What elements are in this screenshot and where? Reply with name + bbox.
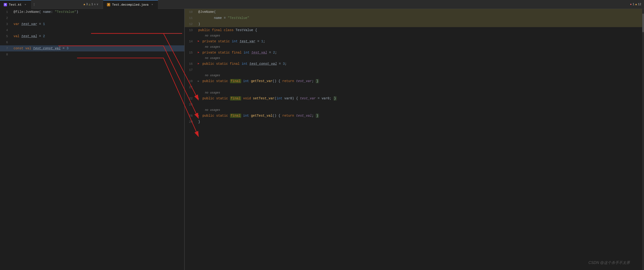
line-num-7: 7 [0, 47, 12, 50]
right-line-num-21: 21 [185, 86, 196, 89]
code-line-5: 5 val test_val = 2 [0, 33, 184, 39]
line-num-1: 1 [0, 10, 12, 14]
right-line-num-10: 10 [185, 10, 196, 14]
no-usages-22: no usages [185, 90, 644, 95]
code-line-1: 1 @file:JvmName( name: "TestValue") [0, 9, 184, 15]
collapse-22[interactable]: ▶ [196, 96, 200, 101]
warning-icon-right: ▲ [635, 3, 637, 6]
left-editor: 1 @file:JvmName( name: "TestValue") 2 3 … [0, 9, 184, 270]
error-count: 1 [632, 3, 634, 6]
collapse-18[interactable]: ▶ [196, 79, 200, 83]
annot-at-right: @ [198, 10, 200, 14]
annot-name-right: JvmName [200, 10, 214, 14]
left-tab-menu[interactable]: ⋮ [31, 0, 37, 9]
line-num-4: 4 [0, 29, 12, 32]
kw-const: const [14, 47, 25, 50]
right-line-num-11: 11 [185, 16, 196, 20]
line-content-5: val test_val = 2 [12, 34, 45, 38]
code-line-2: 2 [0, 15, 184, 21]
line-num-3: 3 [0, 23, 12, 26]
right-line-num-16: 16 [185, 62, 196, 66]
right-line-10: 10 @JvmName( [185, 9, 644, 15]
right-line-content-22: public static final void setTest_var(int… [200, 96, 337, 101]
right-line-num-13: 13 [185, 29, 196, 32]
line-content-3: var test_var = 1 [12, 22, 45, 26]
left-warnings: ▲ 3 △ 1 ∧ ∨ [84, 0, 101, 9]
right-line-11: 11 name = "TestValue" [185, 15, 644, 21]
right-line-content-18: public static final int getTest_var() { … [200, 79, 319, 83]
num-3: 3 [66, 47, 68, 50]
right-line-content-26: public static final int getTest_val() { … [200, 114, 319, 118]
code-line-7: 7 const val test_const_val = 3 [0, 45, 184, 52]
line-num-2: 2 [0, 16, 12, 20]
kw-val: val [14, 34, 22, 38]
right-line-13: 13 public final class TestValue { [185, 27, 644, 33]
nav-up[interactable]: ∧ [94, 3, 96, 6]
right-line-content-11: name = "TestValue" [196, 16, 249, 20]
tab-java[interactable]: J Test.decompiled.java × [103, 0, 158, 9]
right-line-29: 29 } [185, 119, 644, 125]
param-name-field: name [214, 16, 222, 20]
right-line-16: 16 ➤ public static final int test_const_… [185, 61, 644, 67]
kw-val-2: val [25, 47, 33, 50]
right-line-17: 17 [185, 67, 644, 73]
tab-kt-label: Test.kt [9, 3, 22, 7]
right-line-num-18: 18 [185, 80, 196, 83]
right-line-21: 21 [185, 84, 644, 90]
left-code-scroll: 1 @file:JvmName( name: "TestValue") 2 3 … [0, 9, 184, 58]
arrow-16: ➤ [196, 62, 200, 66]
tab-java-label: Test.decompiled.java [112, 3, 148, 7]
var-test-var: test_var [22, 22, 37, 26]
code-line-4: 4 [0, 27, 184, 33]
var-test-val: test_val [22, 34, 37, 38]
right-line-content-29: } [196, 120, 200, 124]
line-content-7: const val test_const_val = 3 [12, 47, 68, 50]
right-line-content-10: @JvmName( [196, 10, 216, 14]
tab-bar: K Test.kt × ⋮ ▲ 3 △ 1 ∧ ∨ J Test.decompi… [0, 0, 644, 9]
right-line-25: 25 [185, 101, 644, 108]
right-line-num-22: 22 [185, 97, 196, 100]
scrollbar-track[interactable] [642, 9, 644, 270]
right-line-12: 12 ) [185, 21, 644, 27]
right-line-14: 14 ➤ private static int test_var = 1; [185, 38, 644, 44]
right-line-15: 15 ➤ private static final int test_val =… [185, 50, 644, 56]
right-line-content-14: private static int test_var = 1; [200, 40, 265, 43]
right-line-content-13: public final class TestValue { [196, 28, 257, 32]
right-line-content-12: ) [196, 22, 200, 26]
nav-down[interactable]: ∨ [97, 3, 98, 6]
right-line-22: 22 ▶ public static final void setTest_va… [185, 95, 644, 101]
code-line-3: 3 var test_var = 1 [0, 21, 184, 27]
right-line-num-29: 29 [185, 120, 196, 124]
right-line-26: 26 ▶ public static final int getTest_val… [185, 113, 644, 119]
right-line-num-17: 17 [185, 68, 196, 72]
code-line-6: 6 [0, 39, 184, 45]
right-line-num-12: 12 [185, 23, 196, 26]
right-warnings: ● 1 ▲ 12 [630, 0, 644, 9]
tab-java-close[interactable]: × [150, 3, 154, 7]
right-line-num-26: 26 [185, 114, 196, 118]
right-line-num-14: 14 [185, 40, 196, 43]
collapse-26[interactable]: ▶ [196, 114, 200, 118]
no-usages-26: no usages [185, 108, 644, 113]
tab-kt-close[interactable]: × [24, 3, 27, 7]
no-usages-16: no usages [185, 56, 644, 61]
tab-test-kt[interactable]: K Test.kt × [0, 0, 31, 9]
watermark: CSDN @这个杀手不太界 [588, 260, 630, 265]
right-line-content-16: public static final int test_const_val =… [200, 62, 287, 66]
num-1: 1 [43, 22, 45, 26]
line-num-6: 6 [0, 41, 12, 44]
java-icon: J [107, 3, 110, 6]
line-num-8: 8 [0, 53, 12, 56]
warn-count: 3 [86, 3, 88, 6]
info-icon: △ [89, 3, 90, 6]
pane-divider [102, 0, 102, 9]
scrollbar-thumb[interactable] [642, 14, 644, 32]
annotation-at: @file: [14, 10, 25, 14]
warning-icon: ▲ [84, 3, 85, 6]
right-line-num-15: 15 [185, 51, 196, 55]
warning-count-right: 12 [638, 3, 641, 6]
right-editor: 10 @JvmName( 11 name = "TestValue" 12 ) [184, 9, 644, 270]
info-count: 1 [91, 3, 93, 6]
right-line-18: 18 ▶ public static final int getTest_var… [185, 78, 644, 84]
num-2: 2 [43, 34, 45, 38]
